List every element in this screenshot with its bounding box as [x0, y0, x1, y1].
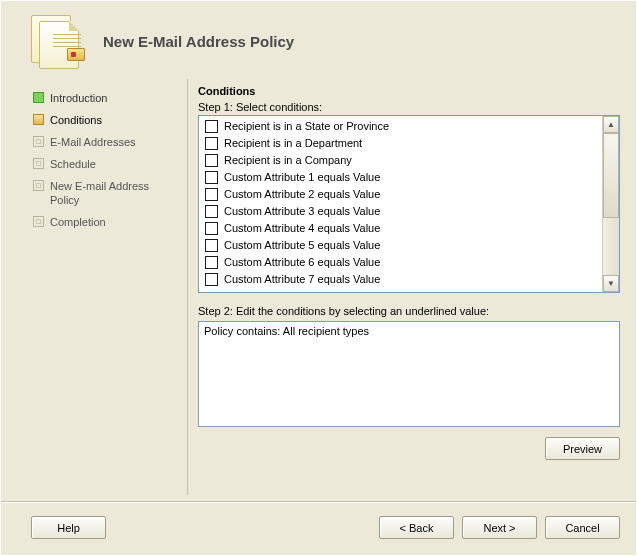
policy-description-text: Policy contains: All recipient types: [204, 325, 369, 337]
nav-step-5: Completion: [31, 211, 181, 233]
step1-label: Step 1: Select conditions:: [198, 99, 620, 115]
condition-checkbox[interactable]: [205, 239, 218, 252]
wizard-nav: IntroductionConditionsE-Mail AddressesSc…: [31, 79, 181, 495]
header: New E-Mail Address Policy: [1, 1, 637, 73]
nav-step-label: Introduction: [50, 91, 107, 105]
next-button[interactable]: Next >: [462, 516, 537, 539]
page-title: New E-Mail Address Policy: [103, 33, 294, 50]
nav-bullet-icon: [33, 114, 44, 125]
condition-label: Recipient is in a Company: [224, 153, 352, 168]
scrollbar-vertical[interactable]: ▲ ▼: [602, 116, 619, 292]
condition-checkbox[interactable]: [205, 120, 218, 133]
scroll-down-button[interactable]: ▼: [603, 275, 619, 292]
condition-label: Custom Attribute 7 equals Value: [224, 272, 380, 287]
condition-row[interactable]: Custom Attribute 1 equals Value: [201, 169, 600, 186]
separator: [187, 79, 188, 495]
nav-step-4: New E-mail Address Policy: [31, 175, 181, 211]
condition-checkbox[interactable]: [205, 137, 218, 150]
condition-label: Custom Attribute 6 equals Value: [224, 255, 380, 270]
nav-step-0: Introduction: [31, 87, 181, 109]
condition-label: Custom Attribute 4 equals Value: [224, 221, 380, 236]
condition-checkbox[interactable]: [205, 222, 218, 235]
condition-checkbox[interactable]: [205, 171, 218, 184]
nav-step-label: Conditions: [50, 113, 102, 127]
condition-row[interactable]: Recipient is in a Company: [201, 152, 600, 169]
footer: Help < Back Next > Cancel: [1, 501, 637, 556]
nav-step-label: Schedule: [50, 157, 96, 171]
nav-step-2: E-Mail Addresses: [31, 131, 181, 153]
condition-checkbox[interactable]: [205, 273, 218, 286]
condition-row[interactable]: Custom Attribute 2 equals Value: [201, 186, 600, 203]
condition-row[interactable]: Custom Attribute 7 equals Value: [201, 271, 600, 288]
scroll-track[interactable]: [603, 133, 619, 275]
policy-icon: [31, 15, 83, 67]
condition-row[interactable]: Recipient is in a Department: [201, 135, 600, 152]
help-button[interactable]: Help: [31, 516, 106, 539]
condition-row[interactable]: Custom Attribute 6 equals Value: [201, 254, 600, 271]
condition-row[interactable]: Recipient is in a State or Province: [201, 118, 600, 135]
condition-checkbox[interactable]: [205, 205, 218, 218]
nav-step-3: Schedule: [31, 153, 181, 175]
conditions-listbox[interactable]: Recipient is in a State or ProvinceRecip…: [198, 115, 620, 293]
condition-label: Custom Attribute 3 equals Value: [224, 204, 380, 219]
condition-label: Recipient is in a Department: [224, 136, 362, 151]
condition-label: Custom Attribute 5 equals Value: [224, 238, 380, 253]
policy-description-box[interactable]: Policy contains: All recipient types: [198, 321, 620, 427]
condition-row[interactable]: Custom Attribute 3 equals Value: [201, 203, 600, 220]
main-panel: Conditions Step 1: Select conditions: Re…: [198, 79, 620, 495]
wizard-dialog: New E-Mail Address Policy IntroductionCo…: [1, 1, 637, 556]
content: IntroductionConditionsE-Mail AddressesSc…: [1, 73, 637, 501]
condition-row[interactable]: Custom Attribute 4 equals Value: [201, 220, 600, 237]
condition-checkbox[interactable]: [205, 188, 218, 201]
nav-bullet-icon: [33, 180, 44, 191]
back-button[interactable]: < Back: [379, 516, 454, 539]
section-title: Conditions: [198, 79, 620, 99]
condition-checkbox[interactable]: [205, 256, 218, 269]
nav-bullet-icon: [33, 136, 44, 147]
preview-button[interactable]: Preview: [545, 437, 620, 460]
cancel-button[interactable]: Cancel: [545, 516, 620, 539]
step2-label: Step 2: Edit the conditions by selecting…: [198, 303, 620, 319]
nav-step-1: Conditions: [31, 109, 181, 131]
scroll-thumb[interactable]: [603, 133, 619, 218]
condition-label: Custom Attribute 1 equals Value: [224, 170, 380, 185]
scroll-up-button[interactable]: ▲: [603, 116, 619, 133]
condition-checkbox[interactable]: [205, 154, 218, 167]
nav-step-label: E-Mail Addresses: [50, 135, 136, 149]
condition-row[interactable]: Custom Attribute 5 equals Value: [201, 237, 600, 254]
nav-bullet-icon: [33, 216, 44, 227]
condition-label: Custom Attribute 2 equals Value: [224, 187, 380, 202]
condition-label: Recipient is in a State or Province: [224, 119, 389, 134]
nav-bullet-icon: [33, 92, 44, 103]
nav-step-label: New E-mail Address Policy: [50, 179, 179, 207]
nav-step-label: Completion: [50, 215, 106, 229]
nav-bullet-icon: [33, 158, 44, 169]
